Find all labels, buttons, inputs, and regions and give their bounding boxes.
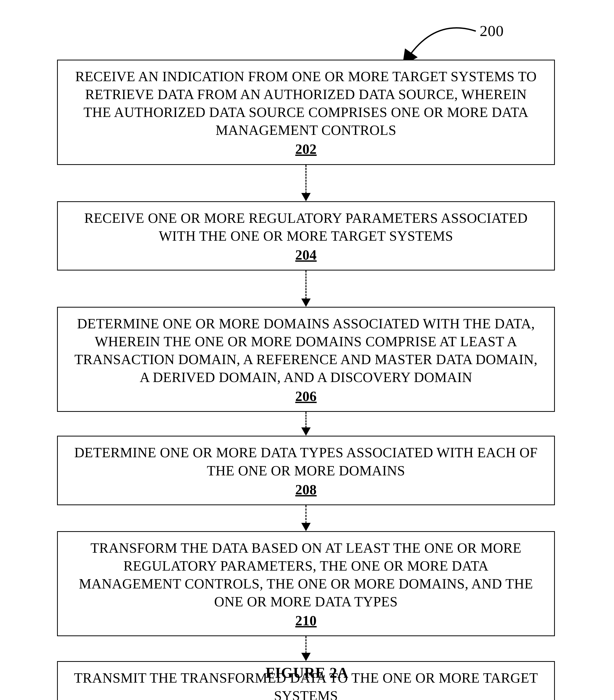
connector-arrow — [301, 165, 311, 201]
step-number: 202 — [295, 140, 317, 158]
step-box-206: DETERMINE ONE OR MORE DOMAINS ASSOCIATED… — [57, 307, 555, 412]
step-number: 208 — [295, 481, 317, 499]
connector-arrow — [301, 271, 311, 307]
step-text: TRANSFORM THE DATA BASED ON AT LEAST THE… — [73, 539, 539, 611]
connector-arrow — [301, 636, 311, 661]
step-number: 210 — [295, 612, 317, 630]
connector-arrow — [301, 505, 311, 531]
step-box-202: RECEIVE AN INDICATION FROM ONE OR MORE T… — [57, 60, 555, 165]
reference-leader-arrow — [394, 23, 477, 62]
reference-number: 200 — [480, 22, 504, 40]
step-number: 206 — [295, 387, 317, 405]
figure-caption: FIGURE 2A — [0, 664, 614, 681]
step-number: 204 — [295, 246, 317, 264]
step-text: DETERMINE ONE OR MORE DATA TYPES ASSOCIA… — [73, 444, 539, 479]
step-text: RECEIVE ONE OR MORE REGULATORY PARAMETER… — [73, 209, 539, 245]
step-box-210: TRANSFORM THE DATA BASED ON AT LEAST THE… — [57, 531, 555, 636]
step-box-204: RECEIVE ONE OR MORE REGULATORY PARAMETER… — [57, 201, 555, 271]
step-text: DETERMINE ONE OR MORE DOMAINS ASSOCIATED… — [73, 315, 539, 386]
step-box-208: DETERMINE ONE OR MORE DATA TYPES ASSOCIA… — [57, 436, 555, 505]
connector-arrow — [301, 412, 311, 436]
flowchart: RECEIVE AN INDICATION FROM ONE OR MORE T… — [57, 60, 555, 700]
step-text: RECEIVE AN INDICATION FROM ONE OR MORE T… — [73, 68, 539, 139]
